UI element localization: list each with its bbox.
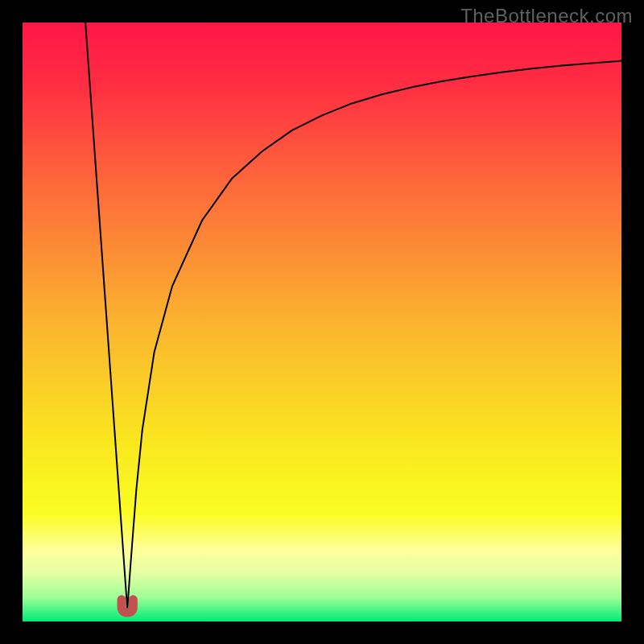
watermark-text: TheBottleneck.com [460,5,633,27]
chart-svg [23,23,621,621]
chart-plot-area [23,23,621,621]
chart-container: TheBottleneck.com [0,0,644,644]
svg-rect-0 [23,23,621,621]
